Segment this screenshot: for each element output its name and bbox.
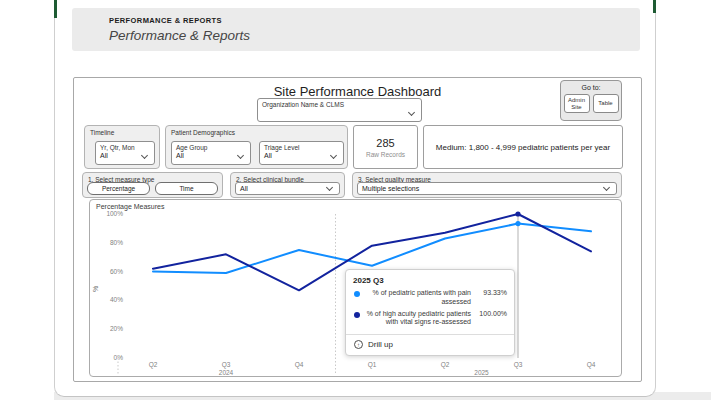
raw-records-count: 285 (376, 137, 394, 149)
svg-text:20%: 20% (110, 325, 123, 332)
svg-text:%: % (92, 286, 99, 292)
clinical-bundle-value: All (236, 183, 339, 192)
series-dot-icon (354, 291, 360, 297)
timeline-dropdown[interactable]: Yr, Qtr, Mon All (95, 141, 155, 165)
dashboard-title: Site Performance Dashboard (74, 84, 641, 99)
organization-dropdown[interactable]: Organization Name & CLMS (257, 98, 422, 122)
tooltip-period: 2025 Q3 (353, 276, 507, 285)
svg-text:Q2: Q2 (149, 361, 158, 369)
chart-tooltip: 2025 Q3 % of pediatric patients with pai… (345, 269, 515, 356)
volume-band-text: Medium: 1,800 - 4,999 pediatric patients… (428, 143, 618, 152)
raw-records-card: 285 Raw Records (353, 125, 418, 169)
svg-text:Q2: Q2 (441, 361, 450, 369)
svg-text:80%: 80% (110, 239, 123, 246)
clinical-bundle-group: 2. Select clinical bundle All (230, 172, 345, 198)
tooltip-series-value: 100.00% (475, 310, 507, 317)
timeline-group-label: Timeline (85, 126, 159, 136)
svg-text:0%: 0% (114, 354, 124, 361)
svg-text:60%: 60% (110, 268, 123, 275)
age-group-dropdown[interactable]: Age Group All (171, 141, 251, 165)
volume-band-card: Medium: 1,800 - 4,999 pediatric patients… (423, 125, 623, 169)
goto-label: Go to: (561, 84, 621, 91)
tooltip-series-label: % of pediatric patients with pain assess… (364, 289, 471, 307)
patient-demographics-label: Patient Demographics (166, 126, 347, 136)
organization-dropdown-value (258, 108, 421, 109)
percentage-measures-chart[interactable]: Percentage Measures 100%80%60%40%20%0%%Q… (89, 199, 622, 377)
triage-level-label: Triage Level (260, 142, 343, 151)
svg-text:Q4: Q4 (587, 361, 596, 369)
quality-measure-dropdown[interactable]: Multiple selections (357, 182, 617, 195)
quality-measure-value: Multiple selections (358, 183, 616, 192)
page-title: Performance & Reports (109, 28, 640, 43)
svg-text:Q4: Q4 (295, 361, 304, 369)
breadcrumb: PERFORMANCE & REPORTS (109, 16, 640, 25)
tooltip-series-label: % of high acuity pediatric patients with… (364, 310, 471, 328)
table-button[interactable]: Table (593, 94, 619, 113)
patient-demographics-group: Patient Demographics Age Group All Triag… (165, 125, 348, 169)
svg-text:40%: 40% (110, 296, 123, 303)
admin-site-button[interactable]: Admin Site (564, 94, 590, 113)
tooltip-row: % of pediatric patients with pain assess… (353, 289, 507, 307)
time-button[interactable]: Time (155, 182, 218, 195)
organization-dropdown-label: Organization Name & CLMS (258, 99, 421, 108)
screen: PERFORMANCE & REPORTS Performance & Repo… (0, 0, 711, 400)
svg-text:2024: 2024 (219, 369, 234, 376)
timeline-dropdown-label: Yr, Qtr, Mon (96, 142, 154, 151)
clinical-bundle-dropdown[interactable]: All (235, 182, 340, 195)
timeline-filter-group: Timeline Yr, Qtr, Mon All (84, 125, 160, 169)
tooltip-row: % of high acuity pediatric patients with… (353, 310, 507, 328)
goto-panel: Go to: Admin Site Table (560, 80, 622, 121)
triage-level-dropdown[interactable]: Triage Level All (259, 141, 344, 165)
svg-text:100%: 100% (106, 210, 123, 217)
series-dot-icon (354, 312, 360, 318)
page-header: PERFORMANCE & REPORTS Performance & Repo… (72, 8, 640, 51)
drill-up-label: Drill up (368, 340, 393, 349)
drill-up-icon: ↑ (354, 340, 363, 349)
svg-text:Q1: Q1 (368, 361, 377, 369)
green-accent-right (653, 0, 656, 13)
tooltip-series-value: 93.33% (475, 289, 507, 296)
quality-measure-group: 3. Select quality measure Multiple selec… (352, 172, 622, 198)
drill-up-action[interactable]: ↑ Drill up (346, 334, 514, 355)
app-surface: PERFORMANCE & REPORTS Performance & Repo… (54, 0, 656, 397)
age-group-label: Age Group (172, 142, 250, 151)
chevron-down-icon (408, 109, 415, 116)
raw-records-label: Raw Records (366, 151, 405, 158)
svg-text:Q3: Q3 (222, 361, 231, 369)
percentage-button[interactable]: Percentage (87, 182, 150, 195)
dashboard-card: Site Performance Dashboard Organization … (73, 77, 642, 382)
svg-text:2025: 2025 (474, 369, 489, 376)
svg-text:Q3: Q3 (514, 361, 523, 369)
measure-type-group: 1. Select measure type Percentage Time (82, 172, 223, 198)
green-accent-left (54, 0, 57, 18)
